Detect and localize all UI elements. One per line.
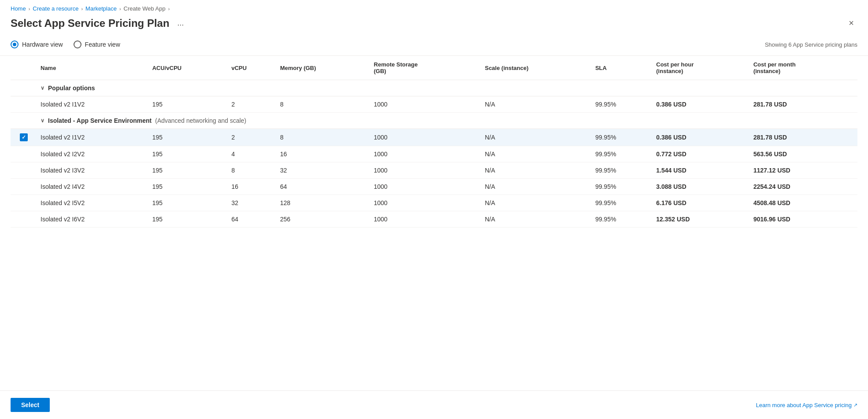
cell-scale: N/A [481, 96, 592, 113]
cell-cost_hour: 6.176 USD [653, 195, 750, 211]
table-row[interactable]: Isolated v2 I3V21958321000N/A99.95%1.544… [11, 162, 857, 179]
cell-scale: N/A [481, 162, 592, 179]
cell-memory: 64 [277, 179, 370, 195]
cell-vcpu: 8 [228, 162, 276, 179]
table-row[interactable]: Isolated v2 I5V2195321281000N/A99.95%6.1… [11, 195, 857, 211]
section-check-cell [11, 113, 37, 129]
row-check-cell[interactable] [11, 211, 37, 228]
breadcrumb-marketplace[interactable]: Marketplace [85, 5, 117, 12]
table-row[interactable]: Isolated v2 I1V2195281000N/A99.95%0.386 … [11, 96, 857, 113]
section-title-text-1: Isolated - App Service Environment [48, 117, 151, 124]
cell-vcpu: 2 [228, 96, 276, 113]
view-toggle-bar: Hardware view Feature view Showing 6 App… [0, 37, 868, 56]
table-row[interactable]: Isolated v2 I6V2195642561000N/A99.95%12.… [11, 211, 857, 228]
cell-memory: 8 [277, 96, 370, 113]
header-left: Select App Service Pricing Plan ... [11, 17, 187, 29]
cell-vcpu: 16 [228, 179, 276, 195]
cell-cost_hour: 1.544 USD [653, 162, 750, 179]
cell-cost_month: 281.78 USD [750, 96, 857, 113]
table-row[interactable]: Isolated v2 I4V219516641000N/A99.95%3.08… [11, 179, 857, 195]
cell-scale: N/A [481, 129, 592, 146]
breadcrumb: Home › Create a resource › Marketplace ›… [0, 0, 868, 15]
cell-sla: 99.95% [592, 211, 653, 228]
checkbox-checked-icon[interactable] [20, 133, 28, 141]
learn-more-text: Learn more about App Service pricing [756, 402, 852, 408]
cell-acu: 195 [149, 162, 228, 179]
cell-sla: 99.95% [592, 129, 653, 146]
breadcrumb-sep-1: › [29, 6, 30, 11]
section-header-1[interactable]: ∨Isolated - App Service Environment (Adv… [11, 113, 857, 129]
breadcrumb-create-web-app: Create Web App [124, 5, 166, 12]
cell-scale: N/A [481, 179, 592, 195]
row-check-cell[interactable] [11, 146, 37, 162]
breadcrumb-home[interactable]: Home [11, 5, 26, 12]
cell-memory: 32 [277, 162, 370, 179]
cell-storage: 1000 [370, 129, 481, 146]
cell-vcpu: 64 [228, 211, 276, 228]
breadcrumb-sep-3: › [119, 6, 121, 11]
cell-sla: 99.95% [592, 179, 653, 195]
cell-storage: 1000 [370, 96, 481, 113]
cell-cost_hour: 12.352 USD [653, 211, 750, 228]
hardware-view-option[interactable]: Hardware view [11, 40, 63, 48]
cell-sla: 99.95% [592, 195, 653, 211]
table-header: Name ACU/vCPU vCPU Memory (GB) Remote St… [11, 56, 857, 80]
cell-acu: 195 [149, 96, 228, 113]
section-title-cell-0: ∨Popular options [37, 80, 857, 96]
cell-sla: 99.95% [592, 96, 653, 113]
breadcrumb-sep-2: › [81, 6, 83, 11]
feature-view-option[interactable]: Feature view [74, 40, 120, 48]
view-options: Hardware view Feature view [11, 40, 120, 48]
section-header-0[interactable]: ∨Popular options [11, 80, 857, 96]
header: Select App Service Pricing Plan ... × [0, 15, 868, 37]
cell-cost_month: 9016.96 USD [750, 211, 857, 228]
feature-view-label: Feature view [85, 41, 120, 48]
table-row[interactable]: Isolated v2 I1V2195281000N/A99.95%0.386 … [11, 129, 857, 146]
col-memory: Memory (GB) [277, 56, 370, 80]
breadcrumb-create-resource[interactable]: Create a resource [33, 5, 78, 12]
cell-cost_hour: 0.386 USD [653, 96, 750, 113]
col-storage: Remote Storage(GB) [370, 56, 481, 80]
footer: Select Learn more about App Service pric… [0, 390, 868, 419]
cell-name: Isolated v2 I6V2 [37, 211, 149, 228]
col-sla: SLA [592, 56, 653, 80]
row-check-cell[interactable] [11, 96, 37, 113]
cell-memory: 256 [277, 211, 370, 228]
row-check-cell[interactable] [11, 129, 37, 146]
cell-cost_hour: 0.386 USD [653, 129, 750, 146]
cell-sla: 99.95% [592, 146, 653, 162]
select-button[interactable]: Select [11, 398, 50, 412]
cell-acu: 195 [149, 179, 228, 195]
row-check-cell[interactable] [11, 162, 37, 179]
section-chevron-0[interactable]: ∨ [41, 85, 44, 91]
cell-acu: 195 [149, 129, 228, 146]
col-name: Name [37, 56, 149, 80]
cell-name: Isolated v2 I1V2 [37, 129, 149, 146]
cell-storage: 1000 [370, 211, 481, 228]
cell-storage: 1000 [370, 162, 481, 179]
row-check-cell[interactable] [11, 179, 37, 195]
cell-memory: 16 [277, 146, 370, 162]
section-subtitle-1: (Advanced networking and scale) [155, 117, 246, 124]
cell-storage: 1000 [370, 195, 481, 211]
more-options-button[interactable]: ... [175, 18, 187, 29]
feature-view-radio[interactable] [74, 40, 81, 48]
learn-more-link[interactable]: Learn more about App Service pricing ↗ [756, 402, 857, 408]
col-vcpu: vCPU [228, 56, 276, 80]
table-row[interactable]: Isolated v2 I2V21954161000N/A99.95%0.772… [11, 146, 857, 162]
section-chevron-1[interactable]: ∨ [41, 118, 44, 124]
close-button[interactable]: × [845, 16, 857, 30]
cell-cost_month: 1127.12 USD [750, 162, 857, 179]
cell-acu: 195 [149, 211, 228, 228]
cell-cost_month: 2254.24 USD [750, 179, 857, 195]
cell-name: Isolated v2 I5V2 [37, 195, 149, 211]
cell-name: Isolated v2 I2V2 [37, 146, 149, 162]
section-title-cell-1: ∨Isolated - App Service Environment (Adv… [37, 113, 857, 129]
cell-cost_month: 563.56 USD [750, 146, 857, 162]
hardware-view-radio[interactable] [11, 40, 18, 48]
row-check-cell[interactable] [11, 195, 37, 211]
section-title-text-0: Popular options [48, 85, 95, 92]
page-container: Home › Create a resource › Marketplace ›… [0, 0, 868, 419]
cell-vcpu: 4 [228, 146, 276, 162]
col-scale: Scale (instance) [481, 56, 592, 80]
